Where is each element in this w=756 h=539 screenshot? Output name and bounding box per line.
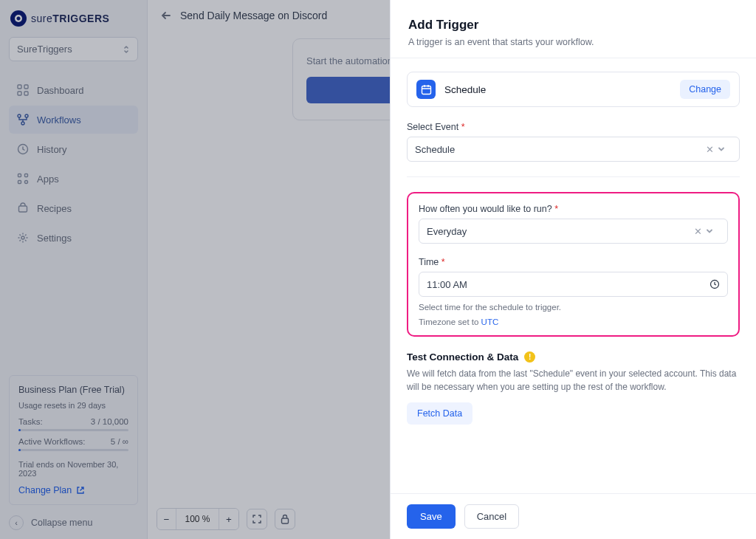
timezone-help: Timezone set to UTC [419,317,728,326]
fetch-data-button[interactable]: Fetch Data [407,402,472,425]
clear-icon[interactable]: ✕ [690,226,705,237]
time-label: Time * [419,257,728,267]
cancel-button[interactable]: Cancel [464,504,519,529]
time-input[interactable]: 11:00 AM [419,272,728,297]
chevron-down-icon [717,145,732,154]
event-select[interactable]: Schedule ✕ [407,137,740,162]
test-section-desc: We will fetch data from the last "Schedu… [407,367,740,394]
save-button[interactable]: Save [407,504,456,529]
panel-subtitle: A trigger is an event that starts your w… [408,37,738,47]
frequency-select[interactable]: Everyday ✕ [419,219,728,244]
utc-link[interactable]: UTC [481,317,499,326]
chevron-down-icon [705,227,720,236]
schedule-highlight: How often you would like to run? * Every… [407,192,740,337]
panel-footer: Save Cancel [391,493,756,539]
event-label: Select Event * [407,122,740,132]
change-app-button[interactable]: Change [680,80,730,99]
selected-app-card: Schedule Change [407,72,740,107]
selected-app-name: Schedule [444,84,486,95]
svg-rect-15 [422,86,430,94]
overlay-dim[interactable] [0,0,390,539]
test-section-title: Test Connection & Data ! [407,351,740,363]
clear-icon[interactable]: ✕ [702,144,717,155]
event-value: Schedule [415,144,702,155]
warning-icon: ! [524,351,535,363]
panel-header: Add Trigger A trigger is an event that s… [391,0,756,58]
trigger-panel: Add Trigger A trigger is an event that s… [390,0,756,539]
frequency-value: Everyday [427,226,690,237]
frequency-label: How often you would like to run? * [419,204,728,214]
panel-title: Add Trigger [408,18,738,32]
clock-icon [709,279,720,289]
time-value: 11:00 AM [427,279,709,290]
time-help: Select time for the schedule to trigger. [419,303,728,312]
schedule-app-icon [416,80,436,99]
